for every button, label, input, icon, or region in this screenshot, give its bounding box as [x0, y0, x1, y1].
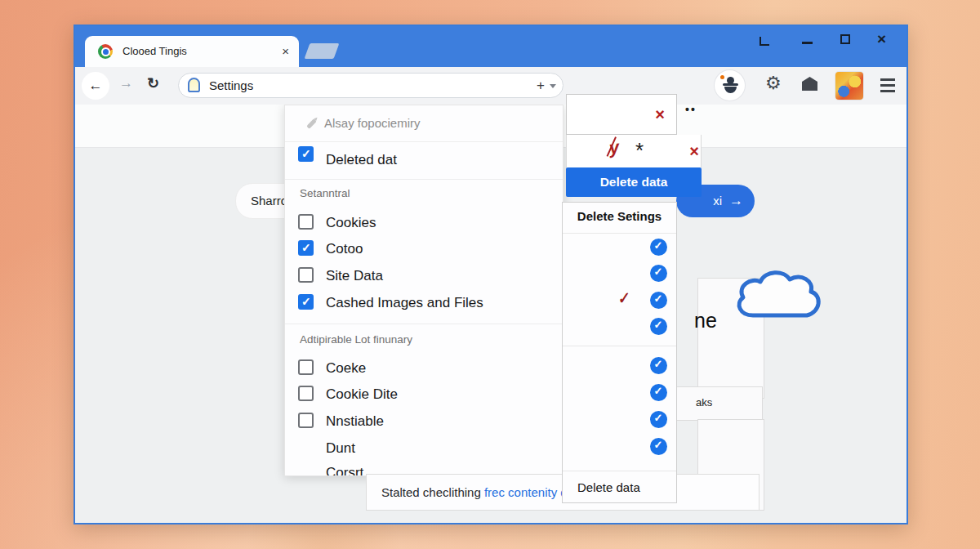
window-close-button[interactable]: ×	[877, 28, 886, 51]
browser-titlebar: Clooed Tingis × ×	[75, 26, 906, 67]
dialog-row[interactable]: Cotoo	[285, 235, 563, 262]
divider	[563, 471, 676, 471]
back-button[interactable]: ←	[82, 72, 109, 100]
delete-data-button[interactable]: Delete data	[566, 167, 702, 197]
red-scribble-icon: y	[608, 136, 621, 158]
tab-title: Clooed Tingis	[122, 36, 187, 67]
check-circle-icon[interactable]	[650, 265, 667, 282]
dialog-row[interactable]: Dunt	[285, 435, 563, 462]
window-flag-icon[interactable]	[760, 37, 769, 46]
dialog-row[interactable]: Nnstiable	[285, 408, 563, 435]
checkbox[interactable]	[298, 214, 314, 230]
checkbox-label: Cotoo	[326, 235, 363, 262]
dialog-top-row[interactable]: Deleted dat	[285, 141, 563, 180]
dialog-row[interactable]: Cashed Images and Files	[285, 289, 563, 316]
forward-button[interactable]: →	[119, 75, 133, 92]
background-text-fragment: aks	[696, 396, 712, 408]
dialog-row[interactable]: Cookie Dite	[285, 381, 563, 408]
checkbox[interactable]	[298, 386, 314, 401]
checkbox[interactable]	[298, 413, 314, 428]
divider	[563, 233, 676, 234]
url-text[interactable]: Settings	[209, 74, 253, 97]
cloud-icon	[730, 266, 828, 325]
reload-button[interactable]: ↻	[147, 74, 159, 92]
asterisk-icon: *	[635, 142, 644, 158]
checkbox[interactable]	[298, 267, 314, 283]
dialog-row[interactable]: Cookies	[285, 209, 563, 236]
list-item-label: Dunt	[326, 435, 355, 462]
minimize-button[interactable]	[802, 42, 813, 44]
divider	[563, 346, 676, 346]
clear-data-dialog: Alsay fopociemiry Deleted dat Setanntral…	[284, 105, 564, 476]
arrow-right-icon: →	[729, 185, 743, 217]
menu-icon[interactable]	[880, 78, 895, 92]
desktop-wallpaper: Clooed Tingis × × ← → ↻ Settings +	[0, 0, 980, 549]
dialog-header: Alsay fopociemiry	[285, 105, 563, 142]
add-icon[interactable]: +	[537, 74, 545, 97]
checkbox-label: Cashed Images and Files	[326, 289, 483, 316]
page-content: ne aks Sharrc xi → Stalted checlithing f…	[75, 105, 906, 523]
check-circle-icon[interactable]	[650, 384, 667, 401]
avatar-hat-icon	[723, 83, 738, 86]
next-button-label: xi	[713, 185, 722, 217]
browser-window: Clooed Tingis × × ← → ↻ Settings +	[74, 25, 908, 524]
red-x-icon[interactable]: ×	[689, 135, 699, 167]
section-title: Setanntral	[300, 187, 350, 199]
checkbox-label: Cookie Dite	[326, 381, 398, 408]
red-x-icon[interactable]: ×	[655, 95, 665, 134]
share-pill-label: Sharrc	[251, 184, 287, 218]
check-circle-icon[interactable]	[650, 239, 667, 256]
address-bar[interactable]: Settings +	[178, 73, 564, 98]
profile-avatar[interactable]	[715, 70, 745, 100]
status-text: Stalted checlithing frec contenity data	[381, 475, 585, 510]
check-circle-icon[interactable]	[650, 292, 667, 309]
dialog-header-title: Alsay fopociemiry	[324, 105, 421, 141]
delete-settings-panel: Delete Setings ✓ Delete data	[562, 202, 677, 503]
browser-tab[interactable]: Clooed Tingis ×	[85, 36, 299, 67]
browser-toolbar: ← → ↻ Settings + ⚙	[75, 67, 906, 105]
ellipsis-icon[interactable]: ••	[685, 103, 697, 116]
panel-delete-data-item[interactable]: Delete data	[577, 480, 640, 494]
background-text-fragment: ne	[694, 309, 717, 333]
popup-glyph-row: y * ×	[566, 135, 702, 167]
dialog-row[interactable]: Site Data	[285, 262, 563, 289]
home-icon[interactable]	[802, 77, 817, 91]
avatar-spark-icon	[720, 75, 724, 79]
check-circle-icon[interactable]	[650, 438, 667, 455]
checkbox[interactable]	[298, 359, 314, 375]
settings-gear-icon[interactable]: ⚙	[765, 73, 782, 94]
checkbox-label: Cookies	[326, 209, 376, 236]
check-circle-icon[interactable]	[650, 357, 667, 374]
tab-close-icon[interactable]: ×	[282, 36, 289, 67]
chrome-logo-icon	[98, 44, 113, 59]
checkbox[interactable]	[298, 146, 314, 162]
check-circle-icon[interactable]	[650, 411, 667, 428]
checkbox-label: Coeke	[326, 355, 366, 382]
checkbox-label: Site Data	[326, 262, 383, 289]
popup-top: ×	[566, 94, 677, 135]
dropdown-caret-icon[interactable]	[550, 84, 556, 88]
new-tab-button[interactable]	[305, 43, 340, 59]
dialog-row[interactable]: Coeke	[285, 355, 563, 382]
list-item-label: Corsrt	[326, 459, 363, 476]
avatar-body-icon	[724, 87, 737, 93]
pencil-icon	[306, 118, 317, 129]
panel-header: Delete Setings	[563, 209, 676, 223]
section-title: Adtipirable Lot finunary	[300, 333, 412, 346]
checkbox-label: Deleted dat	[326, 141, 397, 179]
status-text-plain: Stalted checlithing	[381, 485, 484, 499]
site-info-icon[interactable]	[188, 78, 200, 92]
check-circle-icon[interactable]	[650, 318, 667, 335]
checkbox[interactable]	[298, 294, 314, 310]
maximize-button[interactable]	[840, 34, 850, 44]
red-check-icon: ✓	[618, 288, 630, 309]
extension-icon[interactable]	[835, 72, 863, 100]
checkbox[interactable]	[298, 240, 314, 256]
checkbox-label: Nnstiable	[326, 408, 384, 435]
background-card	[676, 386, 763, 421]
divider	[285, 324, 563, 324]
